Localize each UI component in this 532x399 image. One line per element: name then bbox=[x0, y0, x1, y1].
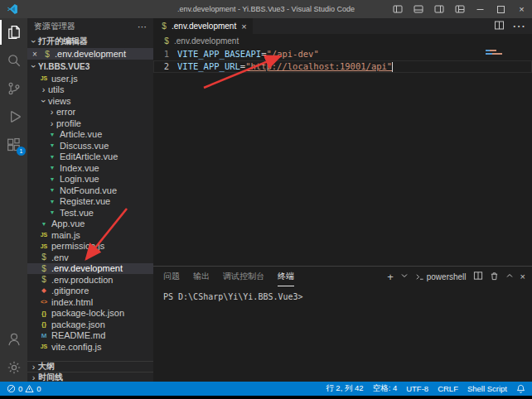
timeline-section[interactable]: ›时间线 bbox=[27, 372, 153, 382]
tree-item[interactable]: ›views bbox=[27, 95, 153, 107]
panel-tab-problems[interactable]: 问题 bbox=[163, 267, 180, 286]
error-icon bbox=[7, 384, 16, 393]
terminal-content[interactable]: PS D:\CSharp\Yi\Yi.BBS.Vue3> bbox=[153, 286, 532, 301]
tree-item[interactable]: <>index.html bbox=[27, 296, 153, 308]
tree-item[interactable]: JSpermission.js bbox=[27, 241, 153, 252]
close-panel-icon[interactable]: × bbox=[520, 272, 525, 281]
token-variable: VITE_APP_BASEAPI bbox=[177, 49, 261, 59]
token-string: "/api-dev" bbox=[266, 49, 318, 59]
language-mode-status[interactable]: Shell Script bbox=[467, 384, 507, 393]
sidebar-header: 资源管理器 ⋯ bbox=[27, 18, 153, 35]
shell-selector[interactable]: powershell bbox=[415, 272, 467, 281]
chevron-right-icon: › bbox=[29, 373, 38, 382]
minimap-line bbox=[486, 50, 496, 51]
settings-gear-icon[interactable] bbox=[0, 353, 27, 382]
tab-bar-actions: ⋯ bbox=[494, 18, 532, 34]
tree-item[interactable]: $.env bbox=[27, 252, 153, 263]
tree-item[interactable]: JSmain.js bbox=[27, 229, 153, 241]
js-file-icon: JS bbox=[39, 344, 49, 349]
tree-item-label: user.js bbox=[51, 74, 78, 84]
tree-item[interactable]: {}package.json bbox=[27, 319, 153, 330]
tree-item[interactable]: ▼NotFound.vue bbox=[27, 185, 153, 196]
close-window-icon[interactable]: × bbox=[511, 0, 532, 18]
explorer-icon[interactable] bbox=[0, 18, 27, 46]
chevron-right-icon: › bbox=[47, 118, 56, 128]
tree-item[interactable]: ›profile bbox=[27, 118, 153, 129]
account-icon[interactable] bbox=[0, 325, 27, 353]
split-terminal-icon[interactable] bbox=[473, 271, 483, 282]
notifications-bell-icon[interactable] bbox=[516, 384, 525, 394]
editor-tab-bar: $ .env.development × ⋯ bbox=[153, 18, 532, 34]
close-icon[interactable]: × bbox=[241, 22, 246, 31]
eol-status[interactable]: CRLF bbox=[438, 384, 458, 393]
search-icon[interactable] bbox=[0, 46, 27, 75]
terminal-prompt: PS D:\CSharp\Yi\Yi.BBS.Vue3> bbox=[163, 292, 303, 301]
customize-layout-icon[interactable] bbox=[449, 0, 470, 18]
outline-section[interactable]: ›大纲 bbox=[27, 362, 153, 372]
tree-item[interactable]: ▼Register.vue bbox=[27, 196, 153, 208]
tree-item[interactable]: JSvite.config.js bbox=[27, 341, 153, 353]
chevron-right-icon: › bbox=[47, 107, 56, 117]
tree-item-label: Login.vue bbox=[60, 174, 99, 184]
minimize-icon[interactable] bbox=[470, 0, 491, 18]
minimap[interactable] bbox=[486, 50, 504, 56]
code-line[interactable]: 2VITE_APP_URL="http://localhost:19001/ap… bbox=[153, 60, 532, 73]
tree-item[interactable]: ▼Index.vue bbox=[27, 162, 153, 174]
close-icon[interactable]: × bbox=[32, 50, 42, 59]
tree-item[interactable]: {}package-lock.json bbox=[27, 308, 153, 320]
panel-tab-terminal[interactable]: 终端 bbox=[278, 267, 294, 286]
code-editor[interactable]: 1VITE_APP_BASEAPI="/api-dev"2VITE_APP_UR… bbox=[153, 47, 532, 266]
tree-item[interactable]: ▼EditArticle.vue bbox=[27, 151, 153, 163]
chevron-down-icon: › bbox=[39, 96, 49, 105]
kill-terminal-icon[interactable] bbox=[490, 272, 499, 282]
tree-item[interactable]: ›utils bbox=[27, 84, 153, 96]
project-root-header[interactable]: › YI.BBS.VUE3 bbox=[27, 60, 153, 73]
git-file-icon: ◆ bbox=[39, 287, 49, 294]
tree-item[interactable]: ▼Login.vue bbox=[27, 174, 153, 185]
split-editor-icon[interactable] bbox=[494, 19, 505, 34]
source-control-icon[interactable] bbox=[0, 75, 27, 103]
vue-file-icon: ▼ bbox=[39, 221, 49, 227]
more-actions-icon[interactable]: ⋯ bbox=[512, 18, 525, 34]
toggle-panel-icon[interactable] bbox=[408, 0, 428, 18]
vscode-window: .env.development - Yi.BBS.Vue3 - Visual … bbox=[0, 0, 532, 399]
tree-item-label: .gitignore bbox=[51, 286, 89, 296]
extensions-icon[interactable]: 1 bbox=[0, 131, 27, 159]
tree-item-label: README.md bbox=[51, 330, 105, 340]
toggle-sidebar-icon[interactable] bbox=[387, 0, 408, 18]
maximize-panel-icon[interactable] bbox=[505, 272, 514, 281]
tree-item-label: profile bbox=[56, 118, 81, 128]
tree-item-label: App.vue bbox=[51, 219, 85, 228]
new-terminal-icon[interactable]: + bbox=[387, 271, 394, 283]
chevron-down-icon[interactable] bbox=[400, 272, 409, 281]
tree-item[interactable]: ›error bbox=[27, 107, 153, 118]
encoding-status[interactable]: UTF-8 bbox=[406, 384, 428, 393]
vue-file-icon: ▼ bbox=[47, 142, 57, 148]
tree-item[interactable]: ▼Article.vue bbox=[27, 129, 153, 141]
js-file-icon: JS bbox=[39, 75, 49, 81]
open-editor-item[interactable]: × $ .env.development bbox=[27, 48, 153, 60]
tree-item[interactable]: MREADME.md bbox=[27, 330, 153, 342]
cursor-position-status[interactable]: 行 2, 列 42 bbox=[326, 383, 363, 394]
panel-tab-debug-console[interactable]: 调试控制台 bbox=[223, 267, 264, 286]
html-file-icon: <> bbox=[39, 299, 49, 305]
indentation-status[interactable]: 空格: 4 bbox=[373, 383, 398, 394]
code-line[interactable]: 1VITE_APP_BASEAPI="/api-dev" bbox=[153, 48, 532, 60]
tree-item[interactable]: ◆.gitignore bbox=[27, 286, 153, 297]
tree-item[interactable]: ▼App.vue bbox=[27, 219, 153, 230]
panel-tab-output[interactable]: 输出 bbox=[193, 267, 210, 286]
vue-file-icon: ▼ bbox=[47, 209, 57, 215]
breadcrumb[interactable]: $ .env.development bbox=[153, 34, 532, 47]
tree-item[interactable]: ▼Test.vue bbox=[27, 207, 153, 219]
more-actions-icon[interactable]: ⋯ bbox=[138, 22, 147, 32]
tree-item[interactable]: ▼Discuss.vue bbox=[27, 140, 153, 151]
maximize-icon[interactable] bbox=[491, 0, 511, 18]
run-debug-icon[interactable] bbox=[0, 103, 27, 131]
problems-status[interactable]: 0 0 bbox=[7, 384, 41, 393]
tab-env-development[interactable]: $ .env.development × bbox=[153, 18, 254, 34]
toggle-secondary-sidebar-icon[interactable] bbox=[428, 0, 449, 18]
tree-item[interactable]: $.env.production bbox=[27, 274, 153, 286]
tree-item[interactable]: $.env.development bbox=[27, 263, 153, 275]
open-editors-header[interactable]: › 打开的编辑器 bbox=[27, 35, 153, 48]
tree-item[interactable]: JSuser.js bbox=[27, 73, 153, 84]
